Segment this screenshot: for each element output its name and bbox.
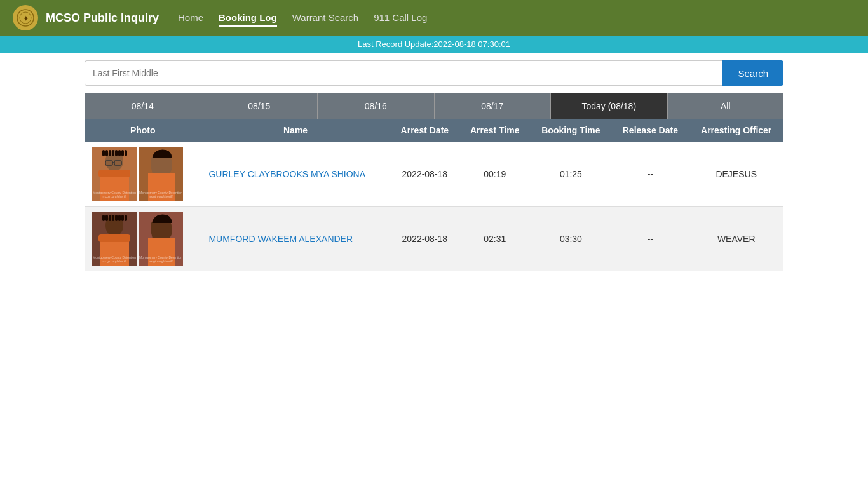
svg-rect-28 — [109, 215, 111, 221]
name-cell: GURLEY CLAYBROOKS MYA SHIONA — [201, 142, 390, 207]
svg-rect-29 — [112, 215, 114, 221]
tab-today[interactable]: Today (08/18) — [551, 93, 668, 119]
mugshot-side: mcgtn.org/sheriffMontgomery County Deten… — [139, 147, 183, 201]
arrest-date-cell: 2022-08-18 — [390, 207, 459, 271]
col-name: Name — [201, 119, 390, 142]
nav-home[interactable]: Home — [178, 10, 203, 27]
col-arrest-time: Arrest Time — [459, 119, 531, 142]
svg-text:mcgtn.org/sheriff: mcgtn.org/sheriff — [149, 194, 173, 198]
brand: ✦ MCSO Public Inquiry — [13, 5, 159, 30]
tab-0817[interactable]: 08/17 — [435, 93, 552, 119]
svg-rect-27 — [105, 215, 108, 221]
search-button[interactable]: Search — [722, 60, 783, 86]
arrest-time-cell: 02:31 — [459, 207, 531, 271]
tab-0814[interactable]: 08/14 — [85, 93, 201, 119]
record-update-text: Last Record Update:2022-08-18 07:30:01 — [358, 39, 510, 49]
mugshot-side: mcgtn.org/sheriffMontgomery County Deten… — [139, 212, 183, 266]
col-arrest-date: Arrest Date — [390, 119, 459, 142]
svg-rect-5 — [102, 150, 105, 156]
arrest-time-cell: 00:19 — [459, 142, 531, 207]
svg-text:mcgtn.org/sheriff: mcgtn.org/sheriff — [102, 194, 126, 198]
svg-rect-8 — [112, 150, 114, 156]
tab-0815[interactable]: 08/15 — [201, 93, 318, 119]
name-cell: MUMFORD WAKEEM ALEXANDER — [201, 207, 390, 271]
name-link[interactable]: GURLEY CLAYBROOKS MYA SHIONA — [208, 169, 365, 179]
photo-cell: mcgtn.org/sheriffMontgomery County Deten… — [85, 207, 201, 271]
mugshot-front: mcgtn.org/sheriffMontgomery County Deten… — [92, 212, 137, 266]
nav-booking-log[interactable]: Booking Log — [219, 10, 277, 27]
date-tabs: 08/14 08/15 08/16 08/17 Today (08/18) Al… — [85, 93, 783, 119]
svg-rect-35 — [98, 234, 130, 242]
tab-0816[interactable]: 08/16 — [318, 93, 435, 119]
svg-rect-30 — [115, 215, 118, 221]
col-photo: Photo — [85, 119, 201, 142]
tab-all[interactable]: All — [668, 93, 784, 119]
svg-text:Montgomery County Detention: Montgomery County Detention — [139, 255, 182, 259]
booking-time-cell: 03:30 — [531, 207, 612, 271]
svg-rect-6 — [105, 150, 108, 156]
svg-text:Montgomery County Detention: Montgomery County Detention — [139, 191, 182, 194]
photo-cell: mcgtn.org/sheriffMontgomery County Deten… — [85, 142, 201, 207]
svg-rect-14 — [98, 170, 130, 177]
svg-text:mcgtn.org/sheriff: mcgtn.org/sheriff — [149, 259, 173, 263]
table-header-row: Photo Name Arrest Date Arrest Time Booki… — [85, 119, 783, 142]
arrest-date-cell: 2022-08-18 — [390, 142, 459, 207]
svg-rect-10 — [118, 150, 121, 156]
svg-rect-7 — [109, 150, 111, 156]
app-title: MCSO Public Inquiry — [46, 11, 159, 25]
mugshot-front: mcgtn.org/sheriffMontgomery County Deten… — [92, 147, 137, 201]
nav-warrant-search[interactable]: Warrant Search — [292, 10, 358, 27]
svg-rect-9 — [115, 150, 118, 156]
svg-text:Montgomery County Detention: Montgomery County Detention — [93, 191, 136, 194]
svg-rect-33 — [125, 215, 127, 221]
svg-rect-12 — [125, 150, 127, 156]
officer-cell: DEJESUS — [689, 142, 783, 207]
svg-rect-31 — [118, 215, 121, 221]
navbar: ✦ MCSO Public Inquiry Home Booking Log W… — [0, 0, 868, 36]
name-link[interactable]: MUMFORD WAKEEM ALEXANDER — [208, 234, 353, 244]
svg-text:✦: ✦ — [23, 15, 29, 22]
booking-table: Photo Name Arrest Date Arrest Time Booki… — [85, 119, 783, 271]
svg-rect-11 — [121, 150, 124, 156]
col-release-date: Release Date — [611, 119, 689, 142]
officer-cell: WEAVER — [689, 207, 783, 271]
release-date-cell: -- — [611, 142, 689, 207]
search-input[interactable] — [85, 60, 722, 86]
table-row: mcgtn.org/sheriffMontgomery County Deten… — [85, 142, 783, 207]
main-content: 08/14 08/15 08/16 08/17 Today (08/18) Al… — [72, 93, 796, 271]
svg-rect-32 — [121, 215, 124, 221]
navbar-links: Home Booking Log Warrant Search 911 Call… — [178, 10, 427, 27]
svg-text:mcgtn.org/sheriff: mcgtn.org/sheriff — [102, 259, 126, 263]
svg-text:Montgomery County Detention: Montgomery County Detention — [93, 255, 136, 259]
table-row: mcgtn.org/sheriffMontgomery County Deten… — [85, 207, 783, 271]
col-booking-time: Booking Time — [531, 119, 612, 142]
booking-time-cell: 01:25 — [531, 142, 612, 207]
navbar-logo: ✦ — [13, 5, 38, 30]
release-date-cell: -- — [611, 207, 689, 271]
nav-911-call-log[interactable]: 911 Call Log — [374, 10, 427, 27]
record-update-bar: Last Record Update:2022-08-18 07:30:01 — [0, 36, 868, 53]
col-arresting-officer: Arresting Officer — [689, 119, 783, 142]
search-section: Search — [72, 53, 796, 93]
svg-rect-26 — [102, 215, 105, 221]
